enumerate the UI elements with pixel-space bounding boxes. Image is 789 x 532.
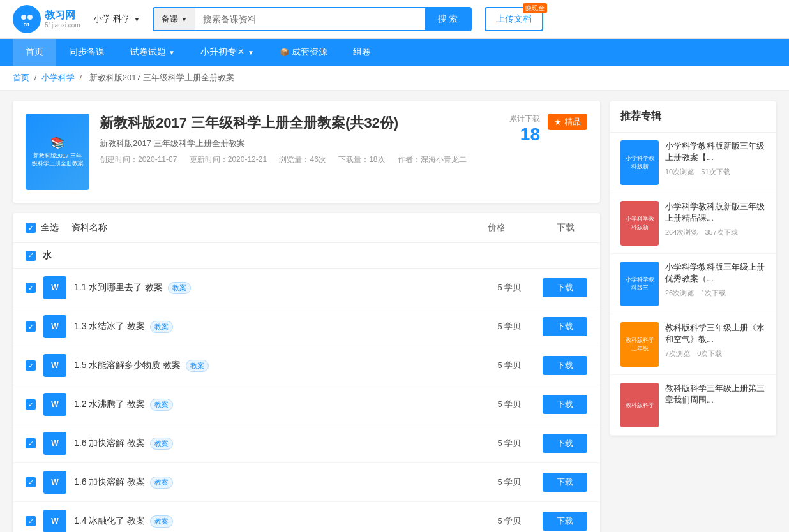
file-name-1: 1.3 水结冰了 教案 教案 <box>74 321 476 333</box>
breadcrumb-current: 新教科版2017 三年级科学上册全册教案 <box>89 73 235 82</box>
upload-badge: 赚现金 <box>523 3 547 13</box>
file-tag-1: 教案 <box>150 321 173 333</box>
nav-item-collection[interactable]: 📦 成套资源 <box>267 39 340 66</box>
nav-item-sync[interactable]: 同步备课 <box>56 39 117 66</box>
file-checkbox-1[interactable]: ✓ <box>26 321 36 332</box>
premium-label: 精品 <box>564 116 581 128</box>
nav-label-home: 首页 <box>26 47 43 58</box>
file-icon-2: W <box>43 354 66 377</box>
file-tag-5: 教案 <box>150 477 173 489</box>
rec-downloads-0: 51次下载 <box>701 168 730 175</box>
file-tag-2: 教案 <box>186 360 209 372</box>
file-checkbox-0[interactable]: ✓ <box>26 283 36 293</box>
select-all-check-icon[interactable]: ✓ <box>26 223 36 233</box>
nav-label-exams: 试卷试题 <box>130 47 166 58</box>
file-checkbox-6[interactable]: ✓ <box>26 516 36 526</box>
nav-item-exams[interactable]: 试卷试题 ▼ <box>117 39 188 66</box>
rec-views-3: 7次浏览 <box>665 350 690 357</box>
main-content: 📚 新教科版2017 三年级科学上册全册教案 新教科版2017 三年级科学上册全… <box>0 91 789 532</box>
recommend-item-title-1: 小学科学教科版新版三年级上册精品课... <box>665 201 766 224</box>
list-item[interactable]: 教科版科学 教科版科学三年级上册第三章我们周围... <box>610 375 776 436</box>
nav-item-home[interactable]: 首页 <box>13 39 56 66</box>
list-item[interactable]: 教科版科学三年级 教科版科学三年级上册《水和空气》教... 7次浏览 0次下载 <box>610 314 776 375</box>
logo[interactable]: 51 教习网 51jiaoxi.com <box>13 5 80 33</box>
recommend-thumb-1: 小学科学教科版新 <box>620 201 659 246</box>
breadcrumb-home[interactable]: 首页 <box>13 73 29 82</box>
views-count: 浏览量：46次 <box>279 155 326 164</box>
recommend-thumb-2: 小学科学教科版三 <box>620 262 659 306</box>
update-time: 更新时间：2020-12-21 <box>190 155 267 164</box>
resource-meta: 创建时间：2020-11-07 更新时间：2020-12-21 浏览量：46次 … <box>100 154 499 165</box>
star-icon: ★ <box>554 117 562 127</box>
subject-dropdown-icon[interactable]: ▼ <box>133 16 140 23</box>
table-row: ✓ W 1.4 冰融化了 教案 教案 5 学贝 下载 <box>13 502 600 532</box>
nav-label-upgrade: 小升初专区 <box>200 47 245 58</box>
file-icon-6: W <box>43 510 66 532</box>
file-name-4: 1.6 加快溶解 教案 教案 <box>74 438 476 450</box>
recommend-info-4: 教科版科学三年级上册第三章我们周围... <box>665 383 766 427</box>
rec-views-2: 26次浏览 <box>665 289 694 297</box>
download-btn-5[interactable]: 下载 <box>543 473 587 492</box>
nav-dropdown-upgrade-icon: ▼ <box>248 49 254 56</box>
recommend-thumb-3: 教科版科学三年级 <box>620 322 659 367</box>
file-name-6: 1.4 冰融化了 教案 教案 <box>74 515 476 528</box>
recommend-thumb-0: 小学科学教科版新 <box>620 140 659 185</box>
search-input[interactable] <box>195 9 425 29</box>
download-btn-0[interactable]: 下载 <box>543 278 587 297</box>
file-name-2: 1.5 水能溶解多少物质 教案 教案 <box>74 360 476 372</box>
select-all-checkbox[interactable]: ✓ 全选 <box>26 222 59 233</box>
upload-button[interactable]: 上传文档 赚现金 <box>485 7 543 31</box>
content-area: 📚 新教科版2017 三年级科学上册全册教案 新教科版2017 三年级科学上册全… <box>13 101 600 532</box>
file-checkbox-5[interactable]: ✓ <box>26 477 36 487</box>
recommend-item-title-0: 小学科学教科版新版三年级上册教案【... <box>665 140 766 163</box>
search-type-selector[interactable]: 备课 ▼ <box>154 8 195 30</box>
recommend-info-0: 小学科学教科版新版三年级上册教案【... 10次浏览 51次下载 <box>665 140 766 185</box>
resource-info: 新教科版2017 三年级科学上册全册教案(共32份) 新教科版2017 三年级科… <box>100 114 499 190</box>
download-btn-2[interactable]: 下载 <box>543 356 587 375</box>
subject-text: 小学 科学 <box>93 13 132 25</box>
search-button[interactable]: 搜 索 <box>425 8 471 30</box>
sidebar: 推荐专辑 小学科学教科版新 小学科学教科版新版三年级上册教案【... 10次浏览… <box>610 101 776 532</box>
file-checkbox-3[interactable]: ✓ <box>26 399 36 410</box>
svg-point-2 <box>27 15 33 20</box>
nav-dropdown-exams-icon: ▼ <box>169 49 175 56</box>
rec-downloads-2: 1次下载 <box>701 289 726 297</box>
nav-item-compose[interactable]: 组卷 <box>340 39 384 66</box>
file-checkbox-2[interactable]: ✓ <box>26 360 36 371</box>
recommend-section: 推荐专辑 小学科学教科版新 小学科学教科版新版三年级上册教案【... 10次浏览… <box>610 101 776 436</box>
nav-label-sync: 同步备课 <box>69 47 105 58</box>
group-title-water: 水 <box>42 249 52 262</box>
rec-views-1: 264次浏览 <box>665 228 698 236</box>
resource-subtitle: 新教科版2017 三年级科学上册全册教案 <box>100 138 499 149</box>
breadcrumb-subject[interactable]: 小学科学 <box>41 73 75 82</box>
table-row: ✓ W 1.6 加快溶解 教案 教案 5 学贝 下载 <box>13 463 600 502</box>
list-item[interactable]: 小学科学教科版三 小学科学教科版三年级上册优秀教案（... 26次浏览 1次下载 <box>610 254 776 314</box>
file-tag-4: 教案 <box>150 438 173 450</box>
file-price-5: 5 学贝 <box>484 477 535 488</box>
premium-badge: ★ 精品 <box>548 114 587 130</box>
file-icon-3: W <box>43 393 66 416</box>
table-row: ✓ W 1.5 水能溶解多少物质 教案 教案 5 学贝 下载 <box>13 346 600 385</box>
table-row: ✓ W 1.2 水沸腾了 教案 教案 5 学贝 下载 <box>13 385 600 424</box>
file-price-6: 5 学贝 <box>484 515 535 527</box>
downloads-count: 下载量：18次 <box>338 155 385 164</box>
file-name-5: 1.6 加快溶解 教案 教案 <box>74 477 476 489</box>
file-name-0: 1.1 水到哪里去了 教案 教案 <box>74 282 476 294</box>
group-checkbox-water[interactable]: ✓ <box>26 251 36 261</box>
nav-item-upgrade[interactable]: 小升初专区 ▼ <box>188 39 267 66</box>
download-btn-1[interactable]: 下载 <box>543 317 587 336</box>
group-header-water: ✓ 水 <box>13 243 600 269</box>
list-item[interactable]: 小学科学教科版新 小学科学教科版新版三年级上册精品课... 264次浏览 357… <box>610 193 776 254</box>
list-item[interactable]: 小学科学教科版新 小学科学教科版新版三年级上册教案【... 10次浏览 51次下… <box>610 133 776 193</box>
resource-title: 新教科版2017 三年级科学上册全册教案(共32份) <box>100 114 499 133</box>
table-row: ✓ W 1.6 加快溶解 教案 教案 5 学贝 下载 <box>13 424 600 463</box>
recommend-meta-3: 7次浏览 0次下载 <box>665 349 766 358</box>
subject-selector[interactable]: 小学 科学 ▼ <box>93 13 140 25</box>
download-btn-3[interactable]: 下载 <box>543 395 587 414</box>
recommend-item-title-3: 教科版科学三年级上册《水和空气》教... <box>665 322 766 345</box>
stat-label: 累计下载 <box>509 114 540 124</box>
download-btn-4[interactable]: 下载 <box>543 434 587 453</box>
file-checkbox-4[interactable]: ✓ <box>26 438 36 448</box>
download-btn-6[interactable]: 下载 <box>543 512 587 531</box>
breadcrumb-sep2: / <box>79 73 84 82</box>
